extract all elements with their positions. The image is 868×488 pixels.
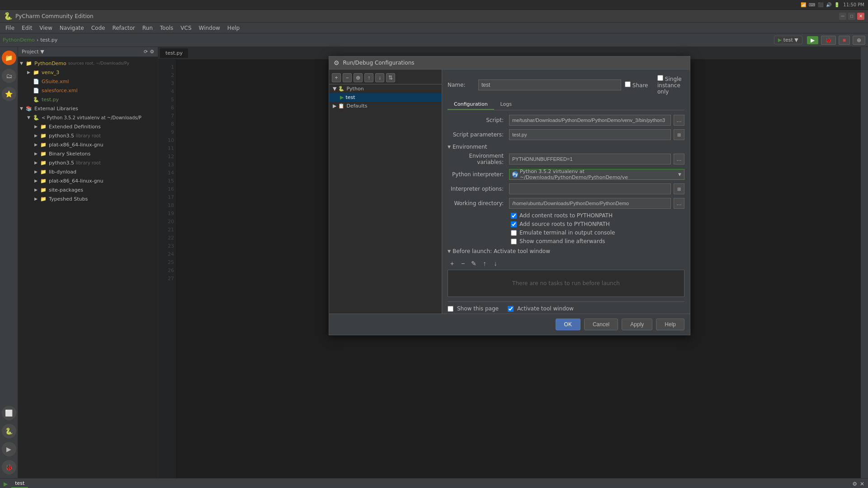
config-tree-defaults[interactable]: ▶ 📋 Defaults — [329, 102, 442, 110]
menu-view[interactable]: View — [36, 24, 56, 32]
maximize-button[interactable]: □ — [848, 13, 855, 20]
config-tree-python[interactable]: ▼ 🐍 Python — [329, 84, 442, 93]
copy-config-button[interactable]: ⊕ — [354, 73, 363, 82]
add-task-button[interactable]: + — [448, 259, 457, 268]
tree-item-plat2[interactable]: ▶ 📁 plat-x86_64-linux-gnu — [18, 176, 158, 185]
tree-item-venv3[interactable]: ▶ 📁 venv_3 — [18, 68, 158, 77]
menu-file[interactable]: File — [2, 24, 18, 32]
working-dir-input[interactable] — [509, 198, 671, 209]
env-vars-input[interactable] — [509, 154, 671, 164]
run-settings-icon[interactable]: ⚙ — [852, 481, 857, 487]
add-content-roots-checkbox[interactable] — [511, 213, 517, 219]
config-tree-test[interactable]: ▶ test — [329, 93, 442, 102]
line-numbers: 12345 678910 1112131415 1617181920 21222… — [158, 60, 176, 478]
before-launch-header[interactable]: ▼ Before launch: Activate tool window — [448, 248, 684, 254]
working-dir-browse-button[interactable]: … — [674, 198, 684, 209]
script-params-browse-button[interactable]: ⊞ — [674, 129, 684, 140]
run-tab-test[interactable]: test — [11, 479, 28, 488]
run-button[interactable]: ▶ — [807, 36, 818, 44]
menu-code[interactable]: Code — [88, 24, 109, 32]
menu-refactor[interactable]: Refactor — [108, 24, 138, 32]
debug-button[interactable]: 🐞 — [821, 36, 836, 45]
move-task-up-button[interactable]: ↑ — [480, 259, 489, 268]
tree-item-extended-defs[interactable]: ▶ 📁 Extended Definitions — [18, 122, 158, 131]
tree-item-gsuite[interactable]: 📄 GSuite.xml — [18, 77, 158, 86]
apply-button[interactable]: Apply — [622, 319, 652, 330]
share-checkbox[interactable] — [625, 81, 631, 87]
environment-section-header[interactable]: ▼ Environment — [448, 144, 684, 150]
tab-logs[interactable]: Logs — [494, 99, 518, 110]
remove-task-button[interactable]: − — [458, 259, 467, 268]
coverage-button[interactable]: ⊕ — [853, 36, 865, 45]
single-instance-checkbox[interactable] — [657, 75, 663, 81]
menu-edit[interactable]: Edit — [18, 24, 36, 32]
interpreter-options-input[interactable] — [509, 183, 671, 194]
tree-item-plat1[interactable]: ▶ 📁 plat-x86_64-linux-gnu — [18, 140, 158, 149]
tab-testpy[interactable]: test.py — [160, 48, 188, 58]
terminal-icon[interactable]: ⬜ — [2, 406, 16, 420]
tree-item-site-packages[interactable]: ▶ 📁 site-packages — [18, 185, 158, 194]
menu-tools[interactable]: Tools — [156, 24, 177, 32]
run-panel-icon[interactable]: ▶ — [2, 442, 16, 456]
script-params-input[interactable] — [509, 129, 671, 140]
tree-item-python35-2[interactable]: ▶ 📁 python3.5 library root — [18, 158, 158, 167]
add-source-roots-label: Add source roots to PYTHONPATH — [519, 221, 610, 227]
tree-item-lib-dynload[interactable]: ▶ 📁 lib-dynload — [18, 167, 158, 176]
tree-item-python352[interactable]: ▼ 🐍 < Python 3.5.2 virtualenv at ~/Downl… — [18, 113, 158, 122]
debug-panel-icon[interactable]: 🐞 — [2, 460, 16, 474]
move-task-down-button[interactable]: ↓ — [491, 259, 500, 268]
name-input[interactable] — [478, 80, 621, 90]
add-config-button[interactable]: + — [332, 73, 341, 82]
tree-item-typeshed[interactable]: ▶ 📁 Typeshed Stubs — [18, 194, 158, 203]
run-config-selector[interactable]: ▶ test ▼ — [774, 36, 802, 44]
close-button[interactable]: ✕ — [857, 13, 864, 20]
menu-navigate[interactable]: Navigate — [56, 24, 88, 32]
system-bar: 📶 ⌨ ⬛ 🔊 🔋 11:50 PM — [0, 0, 868, 10]
structure-icon[interactable]: 🗂 — [2, 69, 16, 83]
tree-item-testpy[interactable]: 🐍 test.py — [18, 95, 158, 104]
interpreter-options-button[interactable]: ⊞ — [674, 183, 684, 194]
move-up-button[interactable]: ↑ — [364, 73, 373, 82]
tree-item-salesforce[interactable]: 📄 salesforce.xml — [18, 86, 158, 95]
project-settings-icon[interactable]: ⚙ — [150, 49, 154, 55]
interpreter-select[interactable]: Py Python 3.5.2 virtualenv at ~/Download… — [509, 169, 684, 180]
project-sync-icon[interactable]: ⟳ — [144, 49, 148, 55]
folder-icon: 📁 — [40, 123, 47, 130]
remove-config-button[interactable]: − — [343, 73, 352, 82]
ok-button[interactable]: OK — [556, 319, 580, 330]
activate-tool-window-checkbox[interactable] — [508, 306, 514, 312]
menu-run[interactable]: Run — [139, 24, 156, 32]
show-page-checkbox[interactable] — [448, 306, 453, 312]
python-console-icon[interactable]: 🐍 — [2, 424, 16, 438]
system-time: 11:50 PM — [843, 2, 864, 7]
menu-vcs[interactable]: VCS — [177, 24, 195, 32]
stop-button[interactable]: ■ — [839, 36, 850, 45]
project-icon[interactable]: 📁 — [2, 51, 16, 65]
python-group-icon: 🐍 — [338, 86, 344, 92]
tree-item-binary-skeletons[interactable]: ▶ 📁 Binary Skeletons — [18, 149, 158, 158]
show-cmdline-checkbox[interactable] — [511, 239, 517, 244]
edit-task-button[interactable]: ✎ — [469, 259, 478, 268]
run-close-icon[interactable]: ✕ — [860, 481, 864, 487]
env-vars-button[interactable]: … — [674, 154, 684, 164]
favorites-icon[interactable]: ⭐ — [2, 87, 16, 101]
emulate-terminal-checkbox[interactable] — [511, 230, 517, 236]
interpreter-dropdown-arrow-icon: ▼ — [678, 172, 681, 177]
add-source-roots-checkbox[interactable] — [511, 221, 517, 227]
script-browse-button[interactable]: … — [674, 115, 684, 126]
minimize-button[interactable]: ─ — [839, 13, 846, 20]
cancel-button[interactable]: Cancel — [584, 319, 618, 330]
tree-item-external-libs[interactable]: ▼ 📚 External Libraries — [18, 104, 158, 113]
menu-help[interactable]: Help — [224, 24, 243, 32]
tab-configuration[interactable]: Configuration — [448, 99, 494, 110]
sort-config-button[interactable]: ⇅ — [386, 73, 395, 82]
menu-window[interactable]: Window — [195, 24, 224, 32]
help-button[interactable]: Help — [656, 319, 684, 330]
tree-label: lib-dynload — [49, 169, 76, 175]
tree-item-pythondemo[interactable]: ▼ 📁 PythonDemo sources root, ~/Downloads… — [18, 59, 158, 68]
script-input[interactable] — [509, 115, 671, 126]
title-bar: 🐍 PyCharm Community Edition ─ □ ✕ — [0, 10, 868, 23]
move-down-button[interactable]: ↓ — [375, 73, 384, 82]
interpreter-row: Python interpreter: Py Python 3.5.2 virt… — [448, 169, 684, 180]
tree-item-python35-1[interactable]: ▶ 📁 python3.5 library root — [18, 131, 158, 140]
